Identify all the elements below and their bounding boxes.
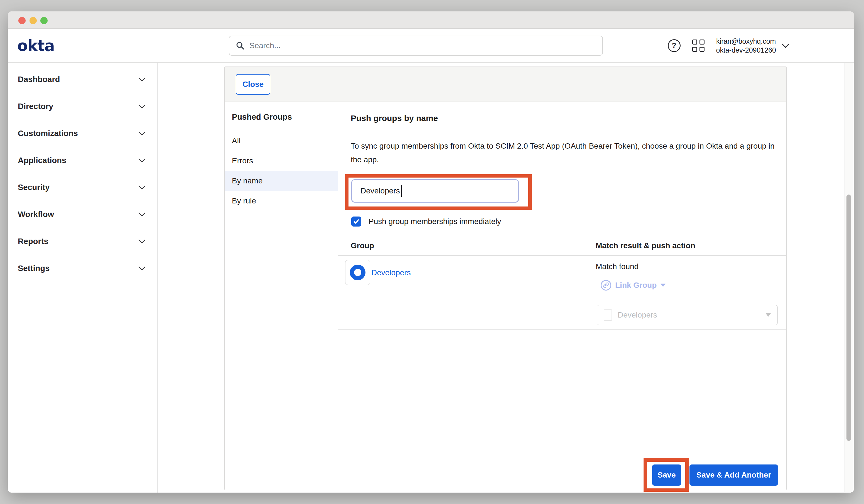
- chevron-down-icon: [782, 44, 789, 48]
- pushed-groups-title: Pushed Groups: [225, 109, 338, 125]
- minimize-window-icon[interactable]: [29, 17, 37, 24]
- global-search[interactable]: [229, 36, 603, 56]
- column-header-group: Group: [351, 241, 374, 250]
- group-name-input[interactable]: Developers: [351, 179, 519, 203]
- app-header: okta ? kiran@boxyhq.com okta-dev-2090126…: [8, 29, 854, 63]
- checkbox-label: Push group memberships immediately: [369, 217, 501, 226]
- sidebar-item-applications[interactable]: Applications: [8, 147, 157, 174]
- nav-item-all[interactable]: All: [225, 131, 338, 151]
- close-button[interactable]: Close: [236, 74, 270, 95]
- chevron-down-icon: [138, 158, 146, 163]
- chevron-down-icon: [138, 131, 146, 135]
- save-button[interactable]: Save: [652, 465, 681, 485]
- checkmark-icon: [353, 218, 360, 225]
- pushed-groups-nav: Pushed Groups All Errors By name By rule: [225, 102, 338, 490]
- sidebar-item-dashboard[interactable]: Dashboard: [8, 66, 157, 93]
- sidebar-item-customizations[interactable]: Customizations: [8, 120, 157, 147]
- vertical-scrollbar: [844, 63, 853, 492]
- match-table: Group Match result & push action Develop…: [338, 236, 786, 329]
- close-window-icon[interactable]: [19, 17, 26, 24]
- account-org: okta-dev-20901260: [716, 46, 776, 55]
- chevron-down-icon: [138, 266, 146, 271]
- chevron-down-icon: [138, 185, 146, 190]
- group-avatar: [345, 260, 370, 285]
- select-checkbox-icon: [604, 310, 612, 321]
- group-ring-icon: [350, 265, 365, 280]
- table-row: Developers Match found Link Group: [338, 256, 786, 329]
- target-group-value: Developers: [618, 311, 657, 320]
- sidebar-item-settings[interactable]: Settings: [8, 255, 157, 282]
- browser-window: okta ? kiran@boxyhq.com okta-dev-2090126…: [8, 11, 854, 493]
- zoom-window-icon[interactable]: [40, 17, 48, 24]
- search-icon: [236, 41, 245, 50]
- page-title: Push groups by name: [351, 113, 438, 123]
- link-group-label: Link Group: [615, 281, 657, 290]
- okta-logo: okta: [17, 29, 55, 63]
- text-caret: [401, 185, 402, 197]
- chevron-down-icon: [138, 77, 146, 82]
- main-area: Dashboard Directory Customizations Appli…: [8, 63, 854, 493]
- titlebar: [8, 11, 854, 29]
- sidebar-item-security[interactable]: Security: [8, 174, 157, 201]
- group-name-link[interactable]: Developers: [371, 268, 411, 277]
- dialog-footer: Save Save & Add Another: [338, 460, 786, 490]
- sidebar-item-directory[interactable]: Directory: [8, 93, 157, 120]
- nav-item-by-rule[interactable]: By rule: [225, 191, 338, 211]
- account-email: kiran@boxyhq.com: [716, 37, 776, 46]
- account-menu[interactable]: kiran@boxyhq.com okta-dev-20901260: [716, 37, 789, 55]
- push-groups-panel: Close Pushed Groups All Errors By name B…: [224, 67, 787, 490]
- nav-item-errors[interactable]: Errors: [225, 151, 338, 171]
- apps-grid-icon[interactable]: [692, 39, 705, 52]
- sidebar-item-workflow[interactable]: Workflow: [8, 201, 157, 228]
- page-description: To sync group memberships from Okta to S…: [351, 139, 777, 166]
- caret-down-icon: [766, 313, 771, 317]
- caret-down-icon: [661, 284, 665, 287]
- sidebar-item-reports[interactable]: Reports: [8, 228, 157, 255]
- scrollbar-thumb[interactable]: [847, 194, 851, 441]
- link-icon: [601, 280, 611, 290]
- column-header-match: Match result & push action: [596, 241, 695, 250]
- chevron-down-icon: [138, 212, 146, 217]
- search-input[interactable]: [249, 41, 602, 50]
- help-icon[interactable]: ?: [668, 39, 681, 52]
- target-group-select[interactable]: Developers: [597, 305, 778, 325]
- match-status: Match found: [596, 262, 638, 271]
- chevron-down-icon: [138, 104, 146, 109]
- save-add-another-button[interactable]: Save & Add Another: [689, 465, 778, 485]
- nav-item-by-name[interactable]: By name: [225, 171, 338, 191]
- push-immediately-checkbox[interactable]: [351, 217, 361, 227]
- chevron-down-icon: [138, 239, 146, 243]
- push-by-name-content: Push groups by name To sync group member…: [338, 102, 786, 490]
- link-group-dropdown[interactable]: Link Group: [601, 280, 665, 290]
- panel-toolbar: Close: [225, 67, 786, 102]
- sidebar: Dashboard Directory Customizations Appli…: [8, 63, 158, 493]
- header-right-cluster: ? kiran@boxyhq.com okta-dev-20901260: [668, 29, 789, 63]
